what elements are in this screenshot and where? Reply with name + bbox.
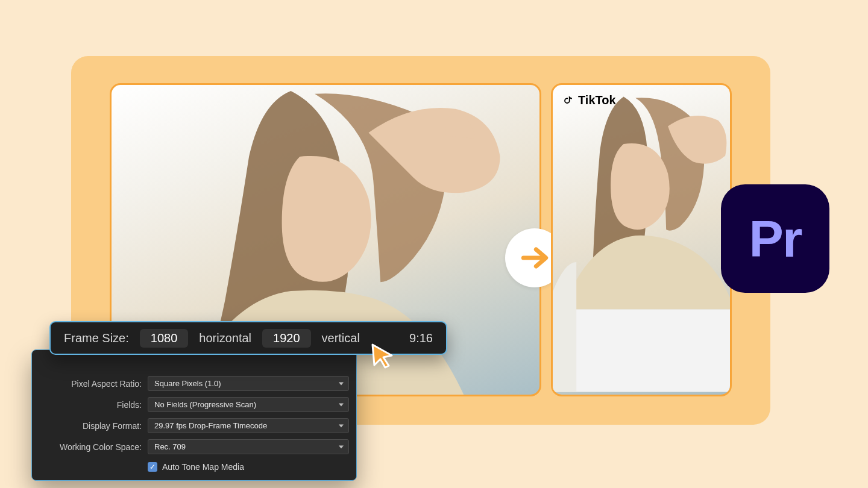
frame-vertical-label: vertical (322, 331, 360, 345)
sequence-settings-panel: Pixel Aspect Ratio: Square Pixels (1.0) … (31, 349, 357, 481)
display-format-row: Display Format: 29.97 fps Drop-Frame Tim… (39, 415, 349, 436)
tiktok-icon (561, 94, 574, 107)
display-format-label: Display Format: (39, 421, 142, 431)
auto-tone-map-row: Auto Tone Map Media (39, 457, 349, 472)
fields-label: Fields: (39, 400, 142, 410)
fields-select[interactable]: No Fields (Progressive Scan) (148, 397, 349, 412)
frame-aspect-ratio: 9:16 (409, 331, 433, 345)
target-preview-portrait: TikTok (551, 83, 732, 396)
arrow-right-icon (518, 241, 552, 275)
frame-width-input[interactable]: 1080 (140, 329, 189, 348)
working-color-space-value: Rec. 709 (154, 442, 186, 451)
pixel-aspect-ratio-label: Pixel Aspect Ratio: (39, 379, 142, 389)
tiktok-label: TikTok (578, 93, 616, 107)
subject-illustration-portrait (553, 85, 730, 392)
frame-size-label: Frame Size: (64, 331, 129, 345)
working-color-space-select[interactable]: Rec. 709 (148, 439, 349, 454)
display-format-value: 29.97 fps Drop-Frame Timecode (154, 421, 267, 430)
tiktok-badge: TikTok (561, 93, 616, 107)
frame-horizontal-label: horizontal (199, 331, 251, 345)
display-format-select[interactable]: 29.97 fps Drop-Frame Timecode (148, 418, 349, 433)
cursor-pointer-icon (369, 342, 395, 371)
premiere-pro-app-icon: Pr (721, 184, 829, 293)
working-color-space-row: Working Color Space: Rec. 709 (39, 436, 349, 457)
pixel-aspect-ratio-value: Square Pixels (1.0) (154, 379, 221, 388)
auto-tone-map-label: Auto Tone Map Media (162, 462, 244, 472)
pixel-aspect-ratio-select[interactable]: Square Pixels (1.0) (148, 376, 349, 391)
frame-height-input[interactable]: 1920 (262, 329, 311, 348)
premiere-pro-short: Pr (749, 209, 802, 269)
working-color-space-label: Working Color Space: (39, 442, 142, 452)
auto-tone-map-checkbox[interactable] (148, 462, 157, 472)
fields-row: Fields: No Fields (Progressive Scan) (39, 394, 349, 415)
pixel-aspect-ratio-row: Pixel Aspect Ratio: Square Pixels (1.0) (39, 373, 349, 394)
fields-value: No Fields (Progressive Scan) (154, 400, 256, 409)
